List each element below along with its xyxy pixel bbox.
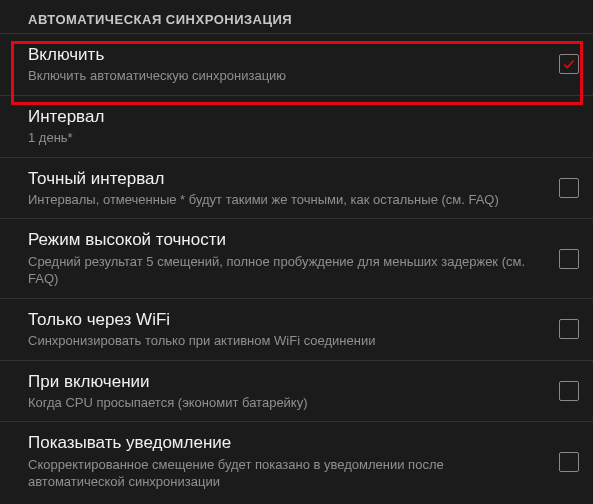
item-text: Точный интервал Интервалы, отмеченные * … bbox=[28, 168, 559, 209]
item-text: Интервал 1 день* bbox=[28, 106, 559, 147]
settings-list: Включить Включить автоматическую синхрон… bbox=[0, 33, 593, 501]
item-text: Режим высокой точности Средний результат… bbox=[28, 229, 559, 287]
item-title: Только через WiFi bbox=[28, 309, 537, 330]
item-subtitle: Когда CPU просыпается (экономит батарейк… bbox=[28, 394, 537, 412]
item-interval[interactable]: Интервал 1 день* bbox=[0, 95, 593, 157]
checkbox-show-notification[interactable] bbox=[559, 452, 579, 472]
item-high-accuracy[interactable]: Режим высокой точности Средний результат… bbox=[0, 218, 593, 297]
item-title: Включить bbox=[28, 44, 537, 65]
checkbox-exact-interval[interactable] bbox=[559, 178, 579, 198]
item-enable[interactable]: Включить Включить автоматическую синхрон… bbox=[0, 33, 593, 95]
item-text: Показывать уведомление Скорректированное… bbox=[28, 432, 559, 490]
item-subtitle: Интервалы, отмеченные * будут такими же … bbox=[28, 191, 537, 209]
item-wifi-only[interactable]: Только через WiFi Синхронизировать тольк… bbox=[0, 298, 593, 360]
item-text: При включении Когда CPU просыпается (эко… bbox=[28, 371, 559, 412]
item-on-wake[interactable]: При включении Когда CPU просыпается (эко… bbox=[0, 360, 593, 422]
item-subtitle: Синхронизировать только при активном WiF… bbox=[28, 332, 537, 350]
item-show-notification[interactable]: Показывать уведомление Скорректированное… bbox=[0, 421, 593, 500]
item-title: Режим высокой точности bbox=[28, 229, 537, 250]
item-subtitle: 1 день* bbox=[28, 129, 537, 147]
item-subtitle: Включить автоматическую синхронизацию bbox=[28, 67, 537, 85]
item-subtitle: Скорректированное смещение будет показан… bbox=[28, 456, 537, 491]
item-text: Только через WiFi Синхронизировать тольк… bbox=[28, 309, 559, 350]
section-header-auto-sync: АВТОМАТИЧЕСКАЯ СИНХРОНИЗАЦИЯ bbox=[0, 0, 593, 33]
checkbox-high-accuracy[interactable] bbox=[559, 249, 579, 269]
checkbox-enable[interactable] bbox=[559, 54, 579, 74]
checkmark-icon bbox=[562, 57, 576, 71]
checkbox-on-wake[interactable] bbox=[559, 381, 579, 401]
item-title: Показывать уведомление bbox=[28, 432, 537, 453]
item-title: Интервал bbox=[28, 106, 537, 127]
item-subtitle: Средний результат 5 смещений, полное про… bbox=[28, 253, 537, 288]
item-exact-interval[interactable]: Точный интервал Интервалы, отмеченные * … bbox=[0, 157, 593, 219]
item-title: При включении bbox=[28, 371, 537, 392]
item-title: Точный интервал bbox=[28, 168, 537, 189]
item-text: Включить Включить автоматическую синхрон… bbox=[28, 44, 559, 85]
checkbox-wifi-only[interactable] bbox=[559, 319, 579, 339]
